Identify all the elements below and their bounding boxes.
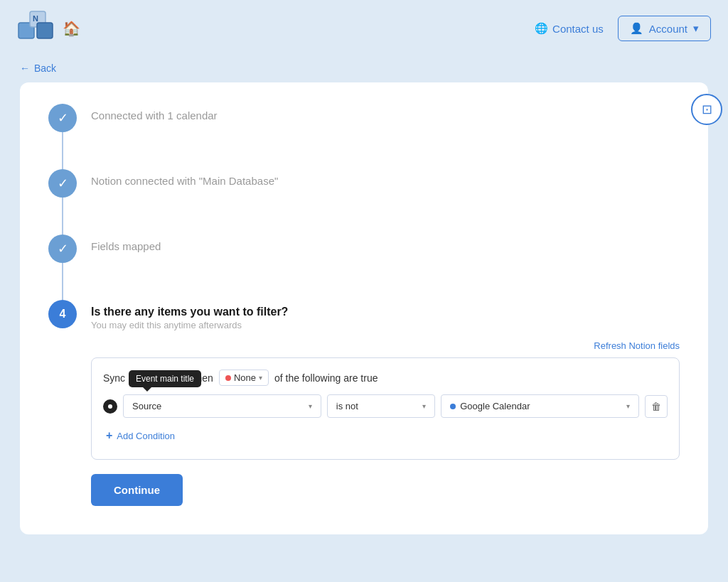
add-condition-button[interactable]: + Add Condition <box>103 424 668 448</box>
refresh-notion-fields-link[interactable]: Refresh Notion fields <box>594 340 680 351</box>
field-type-icon <box>103 399 117 414</box>
add-condition-label: Add Condition <box>117 431 175 441</box>
check-icon-2: ✓ <box>58 176 68 191</box>
step-2-connector: ✓ <box>48 169 77 235</box>
step-4-circle: 4 <box>48 300 77 328</box>
home-icon[interactable]: 🏠 <box>63 20 80 37</box>
back-link[interactable]: ← Back <box>20 63 708 74</box>
none-label: None <box>234 372 256 383</box>
step-2: ✓ Notion connected with "Main Database" <box>48 169 680 235</box>
trash-icon: 🗑 <box>651 401 661 412</box>
filter-section: Refresh Notion fields Sync Notion pages … <box>91 339 680 460</box>
operator-label: is not <box>336 401 358 411</box>
filter-row-1: Event main title Source ▾ is not ▾ Googl… <box>103 394 668 418</box>
step-4-connector: 4 <box>48 300 77 328</box>
header-right: 🌐 Contact us 👤 Account ▾ <box>535 16 711 41</box>
tooltip: Event main title <box>129 370 201 387</box>
step-3-content: Fields mapped <box>91 235 680 252</box>
step-4-sublabel: You may edit this anytime afterwards <box>91 320 680 330</box>
step-3: ✓ Fields mapped <box>48 235 680 300</box>
back-label: Back <box>34 63 56 74</box>
header-left: N 🏠 <box>17 10 80 47</box>
back-arrow-icon: ← <box>20 63 30 74</box>
value-chevron-icon: ▾ <box>626 402 630 410</box>
continue-button[interactable]: Continue <box>91 474 183 506</box>
step-4: 4 Is there any items you want to filter?… <box>48 300 680 330</box>
step-4-label: Is there any items you want to filter? <box>91 306 680 318</box>
step-2-label: Notion connected with "Main Database" <box>91 175 680 187</box>
filter-box: Sync Notion pages when None ▾ of the fol… <box>91 357 680 460</box>
help-button[interactable]: ⊡ <box>691 94 722 125</box>
value-label: Google Calendar <box>460 401 622 411</box>
account-label: Account <box>649 23 687 35</box>
value-dot-icon <box>450 404 456 409</box>
field-type-dot-inner <box>108 404 112 409</box>
step-1-connector: ✓ <box>48 104 77 169</box>
of-text: of the following are true <box>274 372 378 384</box>
check-icon-3: ✓ <box>58 241 68 257</box>
value-dropdown[interactable]: Google Calendar ▾ <box>441 394 639 418</box>
step-2-line <box>62 198 63 235</box>
step-1-content: Connected with 1 calendar <box>91 104 680 122</box>
step-4-content: Is there any items you want to filter? Y… <box>91 300 680 330</box>
step-3-label: Fields mapped <box>91 240 680 252</box>
none-dot-icon <box>225 375 231 381</box>
help-icon: ⊡ <box>702 102 712 117</box>
logo: N <box>17 10 54 47</box>
operator-chevron-icon: ▾ <box>422 402 426 410</box>
plus-icon: + <box>106 429 112 442</box>
step-4-number: 4 <box>60 308 66 320</box>
step-2-content: Notion connected with "Main Database" <box>91 169 680 187</box>
steps-container: ✓ Connected with 1 calendar ✓ Notion con… <box>48 104 680 330</box>
none-dropdown[interactable]: None ▾ <box>219 370 269 386</box>
header: N 🏠 🌐 Contact us 👤 Account ▾ <box>0 0 728 57</box>
back-row: ← Back <box>0 57 728 82</box>
globe-icon: 🌐 <box>535 22 548 35</box>
refresh-row: Refresh Notion fields <box>91 339 680 352</box>
step-1-label: Connected with 1 calendar <box>91 109 680 122</box>
account-button[interactable]: 👤 Account ▾ <box>618 16 711 41</box>
field-chevron-icon: ▾ <box>309 402 312 410</box>
step-1: ✓ Connected with 1 calendar <box>48 104 680 169</box>
step-3-circle: ✓ <box>48 235 77 263</box>
chevron-down-icon: ▾ <box>693 22 699 35</box>
user-icon: 👤 <box>630 22 643 35</box>
svg-rect-2 <box>37 23 53 38</box>
delete-condition-button[interactable]: 🗑 <box>645 395 668 418</box>
step-1-line <box>62 132 63 169</box>
main-card: ⊡ ✓ Connected with 1 calendar ✓ <box>20 82 708 534</box>
contact-us-label: Contact us <box>552 23 604 35</box>
tooltip-text: Event main title <box>136 374 194 384</box>
step-1-circle: ✓ <box>48 104 77 132</box>
step-3-line <box>62 263 63 300</box>
step-2-circle: ✓ <box>48 169 77 198</box>
field-label: Source <box>132 401 161 411</box>
operator-dropdown[interactable]: is not ▾ <box>327 394 435 418</box>
field-dropdown[interactable]: Source ▾ <box>123 394 321 418</box>
none-chevron-icon: ▾ <box>259 374 262 382</box>
step-3-connector: ✓ <box>48 235 77 300</box>
check-icon-1: ✓ <box>58 110 68 126</box>
svg-text:N: N <box>33 14 38 23</box>
contact-us-link[interactable]: 🌐 Contact us <box>535 22 604 35</box>
